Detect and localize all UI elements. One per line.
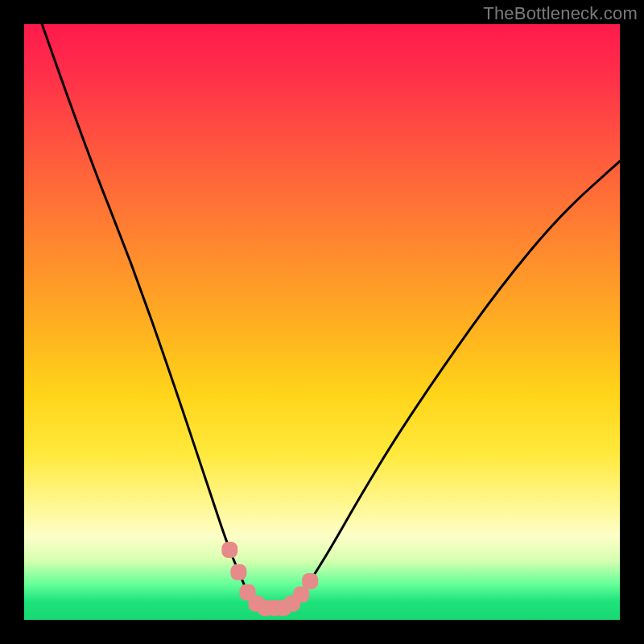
highlight-markers [221, 542, 318, 616]
highlight-marker [302, 573, 318, 589]
bottleneck-curve-path [42, 24, 620, 608]
highlight-marker [221, 542, 237, 558]
curve-svg [24, 24, 620, 620]
outer-frame: TheBottleneck.com [0, 0, 644, 644]
plot-area [24, 24, 620, 620]
watermark-text: TheBottleneck.com [483, 3, 638, 24]
highlight-marker [230, 564, 246, 580]
